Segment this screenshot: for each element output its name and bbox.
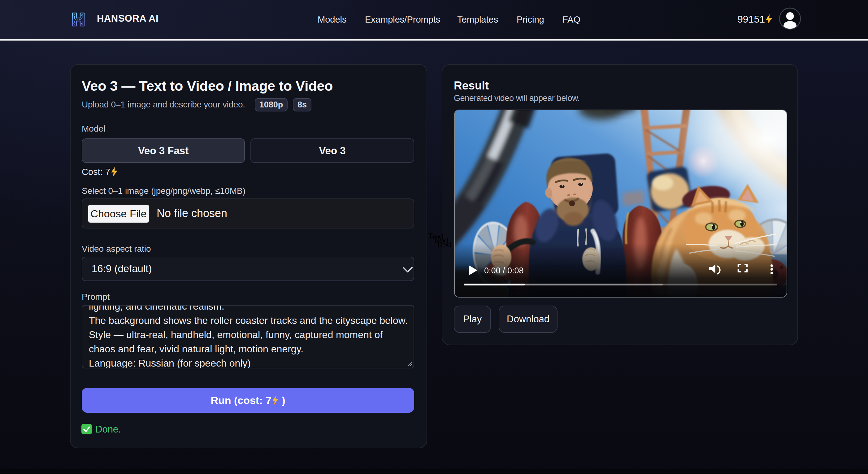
svg-text:0:00 / 0:08: 0:00 / 0:08 bbox=[484, 266, 524, 275]
